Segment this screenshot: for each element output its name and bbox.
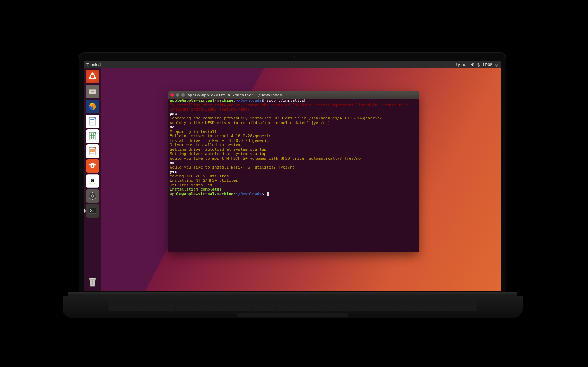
svg-rect-11 <box>90 121 95 121</box>
gear-icon[interactable] <box>494 63 499 67</box>
svg-point-4 <box>89 77 91 79</box>
launcher-terminal[interactable] <box>86 204 99 218</box>
svg-text:A: A <box>91 165 94 168</box>
svg-point-1 <box>90 74 95 79</box>
laptop-keyboard <box>63 296 523 318</box>
svg-rect-22 <box>92 212 94 212</box>
window-maximize-icon[interactable] <box>181 93 185 97</box>
clock[interactable]: 17:08 <box>482 63 492 67</box>
launcher-software[interactable]: A <box>86 159 99 173</box>
launcher-firefox[interactable] <box>86 100 99 113</box>
svg-text:a: a <box>91 177 95 183</box>
screen: Terminal En 17:08 <box>84 61 501 291</box>
svg-rect-21 <box>89 208 96 214</box>
active-app-name[interactable]: Terminal <box>86 63 101 67</box>
launcher-dash[interactable] <box>86 70 99 83</box>
terminal-window[interactable]: apple@apple-virtual-machine: ~/Downloads… <box>168 91 419 252</box>
svg-rect-15 <box>90 149 95 152</box>
launcher-settings[interactable] <box>86 189 99 203</box>
svg-rect-10 <box>90 119 94 120</box>
menu-bar: Terminal En 17:08 <box>84 61 501 68</box>
window-title: apple@apple-virtual-machine: ~/Downloads <box>188 93 282 97</box>
svg-rect-23 <box>89 278 96 280</box>
svg-rect-6 <box>89 89 96 90</box>
svg-point-0 <box>496 64 497 65</box>
window-titlebar[interactable]: apple@apple-virtual-machine: ~/Downloads <box>168 91 419 99</box>
window-close-icon[interactable] <box>170 93 174 97</box>
volume-icon[interactable] <box>470 63 474 67</box>
svg-rect-13 <box>89 132 96 140</box>
webcam-icon <box>293 55 296 58</box>
terminal-output[interactable]: apple@apple-virtual-machine:~/Downloads$… <box>168 99 419 198</box>
svg-rect-12 <box>90 122 94 122</box>
launcher-amazon[interactable]: a <box>86 174 99 188</box>
launcher-impress[interactable] <box>86 144 99 158</box>
touchpad <box>237 313 348 317</box>
svg-rect-9 <box>89 117 96 125</box>
svg-point-3 <box>94 77 96 79</box>
launcher-files[interactable] <box>86 85 99 98</box>
window-minimize-icon[interactable] <box>176 93 179 97</box>
network-icon[interactable] <box>456 63 460 67</box>
bluetooth-icon[interactable] <box>477 63 480 67</box>
laptop-frame: Terminal En 17:08 <box>45 43 543 324</box>
svg-point-2 <box>91 72 93 74</box>
launcher-calc[interactable] <box>86 129 99 143</box>
svg-rect-7 <box>91 91 94 92</box>
trash-icon[interactable] <box>86 275 99 288</box>
launcher: A a <box>84 68 101 291</box>
svg-rect-16 <box>90 153 94 153</box>
keyboard-layout-indicator[interactable]: En <box>462 63 468 67</box>
launcher-writer[interactable] <box>86 115 99 128</box>
